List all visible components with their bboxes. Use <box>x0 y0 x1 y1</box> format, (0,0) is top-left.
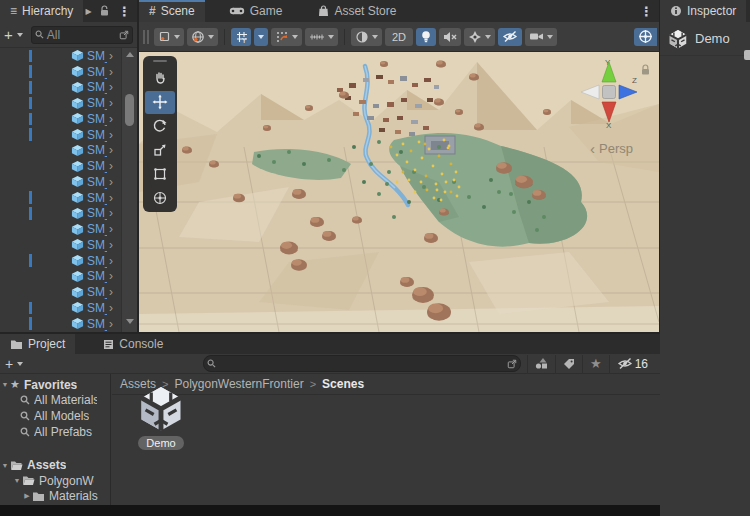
lighting-toggle-button[interactable] <box>416 28 436 46</box>
tab-hierarchy[interactable]: ≡ Hierarchy <box>0 0 83 22</box>
open-prefab-chevron[interactable]: › <box>109 238 113 252</box>
scene-camera-button[interactable] <box>525 28 557 46</box>
asset-demo-scene[interactable]: Demo <box>130 382 192 450</box>
expand-arrow-icon[interactable]: ▼ <box>0 462 10 469</box>
tree-item-materials[interactable]: ▶ Materials <box>0 489 110 505</box>
create-dropdown-caret[interactable] <box>17 33 23 37</box>
scroll-down-arrow[interactable] <box>126 319 134 324</box>
hierarchy-item[interactable]: SM_ › <box>0 253 137 269</box>
tree-item-assets[interactable]: ▼ Assets <box>0 457 110 473</box>
tab-console[interactable]: Console <box>93 334 173 354</box>
grid-visibility-caret-button[interactable] <box>254 28 268 46</box>
scale-tool-button[interactable] <box>145 139 175 162</box>
move-tool-button[interactable] <box>145 91 175 114</box>
tree-item-polygonwesternfrontier[interactable]: ▼ PolygonWesternFrontier <box>0 473 110 489</box>
palette-drag-handle[interactable] <box>153 60 167 62</box>
pivot-orientation-caret[interactable] <box>208 35 214 39</box>
pivot-orientation-button[interactable] <box>187 28 218 46</box>
open-prefab-chevron[interactable]: › <box>109 254 113 268</box>
scene-gizmo-lock-icon[interactable] <box>640 64 651 76</box>
shading-mode-button[interactable] <box>351 28 382 46</box>
open-prefab-chevron[interactable]: › <box>109 143 113 157</box>
expand-arrow-icon[interactable]: ▼ <box>0 381 10 388</box>
open-prefab-chevron[interactable]: › <box>109 159 113 173</box>
hierarchy-item[interactable]: SM_ › <box>0 95 137 111</box>
open-prefab-chevron[interactable]: › <box>109 96 113 110</box>
2d-toggle-button[interactable]: 2D <box>385 28 413 46</box>
gizmos-toggle-button[interactable] <box>634 28 657 46</box>
hierarchy-item[interactable]: SM_ › <box>0 221 137 237</box>
search-by-type-button[interactable] <box>527 355 555 373</box>
tab-game[interactable]: Game <box>219 0 293 22</box>
tab-inspector[interactable]: Inspector <box>660 0 746 22</box>
open-prefab-chevron[interactable]: › <box>109 80 113 94</box>
open-prefab-chevron[interactable]: › <box>109 112 113 126</box>
scrollbar-thumb[interactable] <box>125 94 134 126</box>
scene-viewport[interactable]: Y Z X ‹ Persp <box>139 52 659 332</box>
lock-icon[interactable] <box>99 5 110 17</box>
breadcrumb-scenes[interactable]: Scenes <box>322 377 364 391</box>
scene-menu-icon[interactable]: ⋮ <box>634 4 659 19</box>
hierarchy-item[interactable]: SM_ › <box>0 269 137 285</box>
hierarchy-item[interactable]: SM_ › <box>0 158 137 174</box>
open-search-window-icon[interactable] <box>119 30 129 40</box>
create-asset-caret[interactable] <box>17 362 23 366</box>
hierarchy-scrollbar[interactable] <box>121 48 137 332</box>
scroll-up-arrow[interactable] <box>126 52 134 57</box>
perspective-label[interactable]: ‹ Persp <box>590 140 633 157</box>
hierarchy-item[interactable]: SM_ › <box>0 206 137 222</box>
shading-mode-caret[interactable] <box>372 35 378 39</box>
breadcrumb-polygonwesternfrontier[interactable]: PolygonWesternFrontier <box>174 377 303 391</box>
hierarchy-menu-icon[interactable]: ⋮ <box>112 4 137 19</box>
open-prefab-chevron[interactable]: › <box>109 175 113 189</box>
open-prefab-chevron[interactable]: › <box>109 65 113 79</box>
hierarchy-item[interactable]: SM_ › <box>0 111 137 127</box>
tab-asset-store[interactable]: Asset Store <box>308 0 406 22</box>
search-by-label-button[interactable] <box>555 355 582 373</box>
hierarchy-item[interactable]: SM_ › <box>0 316 137 332</box>
expand-arrow-icon[interactable]: ▶ <box>22 492 32 500</box>
open-prefab-chevron[interactable]: › <box>109 191 113 205</box>
scene-camera-caret[interactable] <box>547 35 553 39</box>
create-button[interactable]: + <box>4 26 13 43</box>
tree-item-saved-search[interactable]: All Prefabs <box>0 424 110 440</box>
open-search-window-icon[interactable] <box>507 359 517 369</box>
rotate-tool-button[interactable] <box>145 115 175 138</box>
snap-settings-caret[interactable] <box>328 35 334 39</box>
snap-increment-caret[interactable] <box>292 35 298 39</box>
create-asset-button[interactable]: + <box>5 356 13 372</box>
audio-toggle-button[interactable] <box>439 28 461 46</box>
hierarchy-item[interactable]: SM_ › <box>0 190 137 206</box>
open-prefab-chevron[interactable]: › <box>109 49 113 63</box>
open-prefab-chevron[interactable]: › <box>109 301 113 315</box>
hierarchy-item[interactable]: SM_ › <box>0 300 137 316</box>
tree-item-saved-search[interactable]: All Materials <box>0 393 110 409</box>
project-search-input[interactable] <box>203 355 521 372</box>
open-prefab-chevron[interactable]: › <box>109 128 113 142</box>
hierarchy-item[interactable]: SM_ › <box>0 174 137 190</box>
orientation-gizmo[interactable]: Y Z X <box>577 58 641 128</box>
hierarchy-item[interactable]: SM_ › <box>0 80 137 96</box>
tab-scene[interactable]: # Scene <box>139 0 205 22</box>
open-prefab-chevron[interactable]: › <box>109 222 113 236</box>
open-prefab-chevron[interactable]: › <box>109 317 113 331</box>
open-prefab-chevron[interactable]: › <box>109 285 113 299</box>
hierarchy-item[interactable]: SM_ › <box>0 237 137 253</box>
tree-item-saved-search[interactable]: All Models <box>0 408 110 424</box>
tree-item-favorites[interactable]: ▼ ★ Favorites <box>0 377 110 393</box>
tool-settings-button[interactable] <box>154 28 184 46</box>
hierarchy-search-input[interactable]: All <box>31 26 133 44</box>
play-filter-icon[interactable]: ▶ <box>85 7 91 16</box>
hierarchy-item[interactable]: SM_ › <box>0 64 137 80</box>
snap-increment-button[interactable] <box>271 28 302 46</box>
grid-visibility-button[interactable]: Y <box>231 28 251 46</box>
snap-settings-button[interactable] <box>305 28 338 46</box>
hierarchy-item[interactable]: SM_ › <box>0 143 137 159</box>
open-prefab-chevron[interactable]: › <box>109 206 113 220</box>
effects-toggle-button[interactable] <box>464 28 495 46</box>
toolbar-drag-handle[interactable] <box>143 30 149 44</box>
expand-arrow-icon[interactable]: ▼ <box>12 477 22 484</box>
hierarchy-item[interactable]: SM_ › <box>0 284 137 300</box>
tab-project[interactable]: Project <box>0 334 75 354</box>
hierarchy-item[interactable]: SM_ › <box>0 48 137 64</box>
